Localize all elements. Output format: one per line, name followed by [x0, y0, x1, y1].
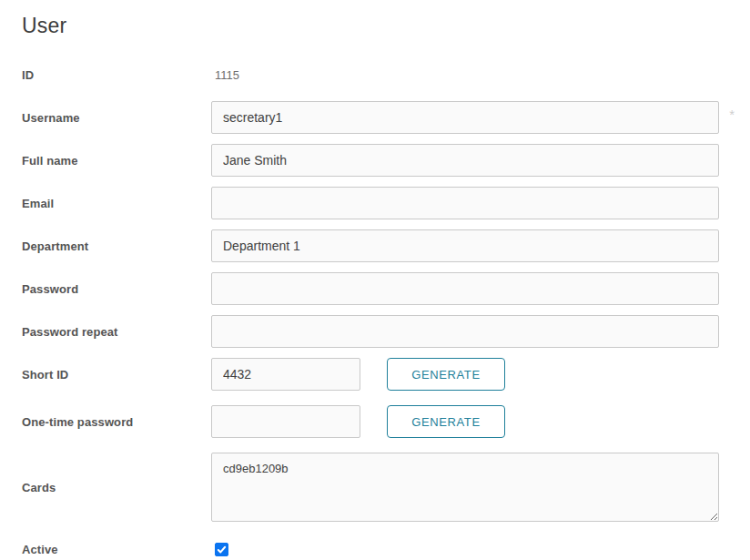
short-id-input[interactable] [211, 358, 360, 391]
active-label: Active [22, 543, 211, 556]
form-row-short-id: Short ID GENERATE [22, 358, 719, 391]
form-row-password: Password [22, 272, 719, 305]
cards-label: Cards [22, 481, 211, 494]
one-time-password-label: One-time password [22, 415, 211, 429]
form-row-password-repeat: Password repeat [22, 315, 719, 348]
form-row-id: ID 1115 [22, 58, 719, 91]
password-repeat-input[interactable] [211, 315, 719, 348]
form-row-department: Department [22, 229, 719, 262]
department-label: Department [22, 239, 211, 253]
id-label: ID [22, 68, 211, 82]
user-form-page: User ID 1115 Username * Full name Email … [0, 0, 750, 558]
username-input[interactable] [211, 101, 719, 134]
otp-generate-button[interactable]: GENERATE [387, 405, 505, 438]
form-row-full-name: Full name [22, 144, 719, 177]
form-row-username: Username * [22, 101, 719, 134]
cards-textarea[interactable] [211, 453, 719, 522]
department-input[interactable] [211, 229, 719, 262]
form-row-active: Active [22, 540, 719, 558]
form-row-cards: Cards [22, 453, 719, 522]
full-name-label: Full name [22, 154, 211, 168]
password-repeat-label: Password repeat [22, 325, 211, 339]
page-title: User [22, 13, 719, 38]
email-input[interactable] [211, 187, 719, 219]
form-row-one-time-password: One-time password GENERATE [22, 405, 719, 438]
email-label: Email [22, 197, 211, 210]
password-input[interactable] [211, 272, 719, 305]
short-id-label: Short ID [22, 368, 211, 382]
checkmark-icon [217, 545, 227, 555]
one-time-password-input[interactable] [211, 405, 360, 438]
short-id-generate-button[interactable]: GENERATE [387, 358, 505, 391]
password-label: Password [22, 282, 211, 296]
full-name-input[interactable] [211, 144, 719, 177]
id-value: 1115 [211, 68, 239, 82]
form-row-email: Email [22, 187, 719, 219]
required-asterisk: * [729, 107, 735, 122]
username-label: Username [22, 111, 211, 125]
active-checkbox[interactable] [215, 543, 228, 556]
